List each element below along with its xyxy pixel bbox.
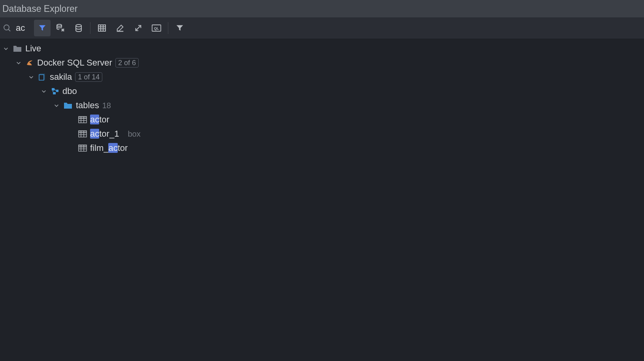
query-console-button[interactable]: QL (148, 20, 165, 36)
database-icon (38, 73, 47, 81)
svg-point-2 (57, 24, 62, 26)
table-name: film_actor (90, 141, 128, 155)
svg-rect-30 (79, 131, 87, 133)
chevron-down-icon (15, 60, 22, 66)
search-icon (2, 23, 12, 33)
panel-title: Database Explorer (2, 4, 78, 14)
search-highlight: ac (90, 115, 99, 124)
item-count: 18 (102, 99, 111, 112)
svg-point-3 (76, 24, 81, 27)
svg-rect-24 (79, 117, 87, 118)
tree-label: sakila (50, 70, 72, 84)
svg-rect-4 (98, 25, 105, 31)
table-icon (78, 144, 87, 152)
search-input[interactable] (16, 23, 32, 33)
chevron-down-icon (53, 103, 60, 108)
tree-node-table[interactable]: film_actor (0, 141, 644, 155)
tree-label: dbo (62, 84, 77, 98)
jump-to-source-button[interactable] (130, 20, 147, 36)
toolbar-divider (168, 22, 168, 34)
svg-text:QL: QL (154, 26, 159, 30)
svg-line-1 (8, 29, 10, 31)
table-name: actor (90, 113, 109, 127)
table-comment: box (128, 128, 140, 141)
table-view-button[interactable] (94, 20, 110, 36)
tree-node-datasource[interactable]: Docker SQL Server 2 of 6 (0, 56, 644, 70)
svg-point-0 (4, 25, 9, 30)
chevron-down-icon (28, 74, 35, 80)
search-group (2, 23, 32, 33)
table-icon (78, 130, 87, 138)
tree-node-table[interactable]: actor_1box (0, 127, 644, 141)
filter-button[interactable] (171, 20, 188, 36)
svg-line-18 (55, 89, 56, 91)
database-tree: Live Docker SQL Server 2 of 6 sakila 1 o… (0, 39, 644, 158)
tree-node-tables-folder[interactable]: tables 18 (0, 98, 644, 113)
edit-button[interactable] (112, 20, 128, 36)
search-highlight: ac (90, 129, 99, 139)
svg-rect-36 (79, 145, 87, 147)
tree-node-table[interactable]: actor (0, 113, 644, 127)
schema-icon (51, 87, 59, 96)
svg-rect-14 (52, 88, 55, 90)
folder-icon (13, 45, 22, 53)
tree-label: Live (25, 41, 41, 56)
filter-badge: 2 of 6 (115, 58, 139, 68)
refresh-button[interactable] (70, 20, 87, 36)
tree-label: Docker SQL Server (37, 56, 112, 70)
tree-node-database[interactable]: sakila 1 of 14 (0, 70, 644, 84)
tree-node-schema[interactable]: dbo (0, 84, 644, 98)
toolbar-divider (90, 22, 90, 34)
title-bar: Database Explorer (0, 0, 644, 17)
search-highlight: ac (108, 143, 117, 153)
chevron-down-icon (40, 88, 47, 94)
tree-node-group[interactable]: Live (0, 41, 644, 56)
toolbar: QL (0, 17, 644, 39)
folder-icon (63, 102, 73, 109)
svg-rect-16 (56, 90, 58, 92)
filter-badge: 1 of 14 (75, 72, 102, 82)
datasource-properties-button[interactable] (52, 20, 69, 36)
filter-toggle-button[interactable] (34, 20, 51, 36)
svg-rect-15 (53, 92, 56, 94)
table-icon (78, 116, 87, 124)
svg-rect-13 (39, 75, 44, 80)
sqlserver-icon (25, 58, 34, 67)
tree-label: tables (76, 98, 99, 113)
chevron-down-icon (2, 46, 9, 51)
table-name: actor_1 (90, 127, 119, 141)
